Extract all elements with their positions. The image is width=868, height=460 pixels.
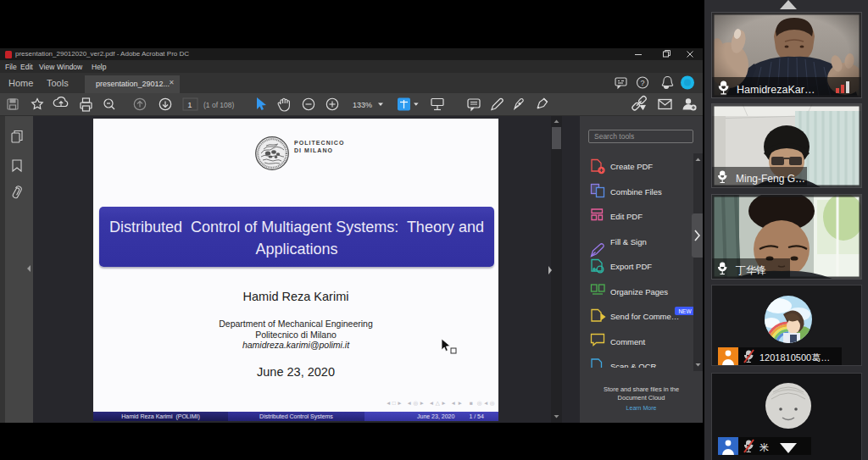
svg-text:Export PDF: Export PDF xyxy=(610,262,652,271)
svg-text:NEW: NEW xyxy=(678,308,692,314)
svg-text:Edit PDF: Edit PDF xyxy=(610,212,643,221)
svg-text:Create PDF: Create PDF xyxy=(610,162,653,171)
svg-text:丁华锋: 丁华锋 xyxy=(736,264,766,276)
svg-text:Comment: Comment xyxy=(610,337,646,346)
svg-text:HamidrezaKar…: HamidrezaKar… xyxy=(737,84,815,96)
svg-text:Fill & Sign: Fill & Sign xyxy=(610,237,647,247)
svg-text:1201810500葛…: 1201810500葛… xyxy=(760,352,830,363)
svg-text:Send for Comme…: Send for Comme… xyxy=(610,312,679,321)
svg-text:Ming-Feng G…: Ming-Feng G… xyxy=(736,173,805,185)
svg-text:?: ? xyxy=(640,79,644,87)
svg-text:1: 1 xyxy=(187,100,192,109)
svg-text:米: 米 xyxy=(760,442,769,452)
svg-text:Combine Files: Combine Files xyxy=(610,187,662,197)
svg-text:133%: 133% xyxy=(353,101,372,109)
svg-text:(1 of 108): (1 of 108) xyxy=(203,101,235,109)
svg-text:Organize Pages: Organize Pages xyxy=(610,287,668,297)
